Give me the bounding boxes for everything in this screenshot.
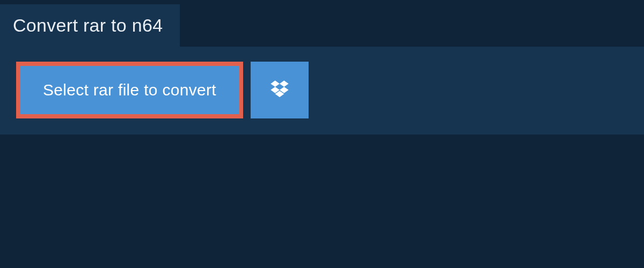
select-file-button-label: Select rar file to convert [43, 81, 216, 99]
button-row: Select rar file to convert [16, 62, 628, 118]
main-panel: Select rar file to convert [0, 47, 644, 135]
dropbox-icon [269, 79, 290, 102]
header-tab: Convert rar to n64 [0, 4, 180, 47]
select-file-button[interactable]: Select rar file to convert [16, 62, 243, 118]
dropbox-button[interactable] [251, 62, 309, 118]
page-title: Convert rar to n64 [13, 15, 163, 36]
